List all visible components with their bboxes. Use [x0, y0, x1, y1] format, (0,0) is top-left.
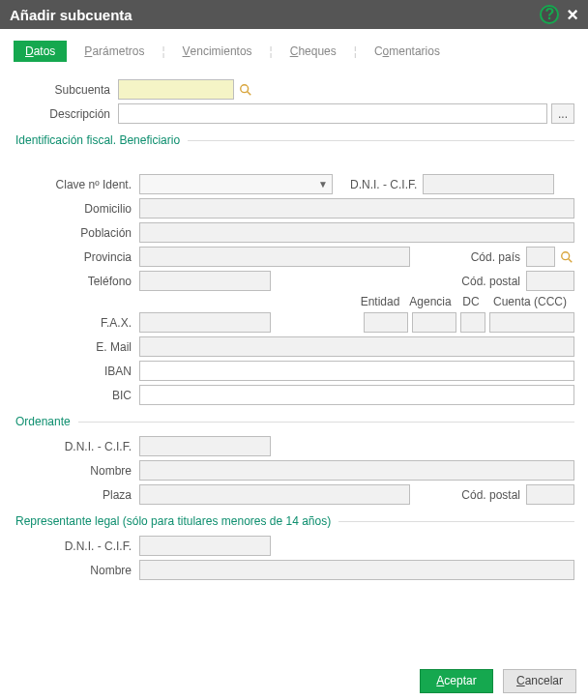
accept-button[interactable]: Aceptar — [420, 669, 493, 693]
label-dni-ident: D.N.I. - C.I.F. — [344, 178, 423, 191]
subcuenta-input[interactable] — [118, 79, 234, 100]
label-ord-dni: D.N.I. - C.I.F. — [14, 440, 139, 453]
label-agencia: Agencia — [404, 295, 456, 308]
label-entidad: Entidad — [356, 295, 404, 308]
bic-input[interactable] — [139, 385, 574, 405]
label-clave: Clave nº Ident. — [14, 178, 139, 191]
svg-point-2 — [562, 251, 570, 259]
label-email: E. Mail — [14, 340, 139, 354]
close-icon[interactable]: × — [567, 5, 578, 24]
agencia-input[interactable] — [412, 312, 456, 333]
ord-codpostal-input[interactable] — [526, 484, 574, 505]
poblacion-input[interactable] — [139, 222, 574, 243]
cuenta-input[interactable] — [489, 312, 574, 333]
tab-separator: ¦ — [354, 44, 357, 58]
ord-nombre-input[interactable] — [139, 460, 574, 481]
fax-input[interactable] — [139, 312, 271, 333]
label-ord-codpostal: Cód. postal — [456, 488, 526, 502]
domicilio-input[interactable] — [139, 198, 574, 219]
descripcion-browse-button[interactable]: ... — [551, 103, 574, 124]
tab-comentarios[interactable]: Comentarios — [363, 41, 452, 62]
chevron-down-icon: ▼ — [318, 179, 328, 190]
label-rep-dni: D.N.I. - C.I.F. — [14, 540, 139, 553]
label-domicilio: Domicilio — [14, 202, 139, 216]
label-iban: IBAN — [14, 365, 139, 378]
section-replegal: Representante legal (sólo para titulares… — [15, 514, 574, 528]
label-dc: DC — [456, 295, 485, 308]
codpais-input[interactable] — [526, 247, 555, 267]
tab-datos[interactable]: Datos — [14, 41, 67, 62]
section-identificacion: Identificación fiscal. Beneficiario — [15, 133, 574, 147]
tab-separator: ¦ — [162, 44, 164, 58]
tab-cheques[interactable]: Cheques — [279, 41, 348, 62]
iban-input[interactable] — [139, 361, 574, 381]
entidad-input[interactable] — [364, 312, 408, 333]
label-descripcion: Descripción — [14, 107, 118, 121]
svg-point-0 — [241, 84, 249, 92]
dc-input[interactable] — [460, 312, 485, 333]
dialog-footer: Aceptar Cancelar — [0, 661, 588, 700]
help-icon[interactable]: ? — [540, 5, 559, 24]
search-codpais-icon[interactable] — [559, 249, 574, 265]
label-poblacion: Población — [14, 226, 139, 240]
svg-line-1 — [248, 91, 251, 95]
label-cuenta: Cuenta (CCC) — [485, 295, 574, 308]
window-title: Añadir subcuenta — [10, 7, 132, 23]
svg-line-3 — [569, 258, 573, 262]
rep-nombre-input[interactable] — [139, 560, 574, 580]
section-ordenante: Ordenante — [15, 415, 574, 428]
codpostal-ident-input[interactable] — [526, 271, 574, 291]
label-ord-plaza: Plaza — [14, 488, 139, 502]
tab-vencimientos[interactable]: Vencimientos — [171, 41, 264, 62]
label-ord-nombre: Nombre — [14, 464, 139, 478]
tab-separator: ¦ — [270, 44, 273, 58]
label-fax: F.A.X. — [14, 316, 139, 330]
label-codpais: Cód. país — [465, 250, 526, 264]
dni-ident-input[interactable] — [423, 174, 554, 194]
label-bic: BIC — [14, 389, 139, 402]
label-provincia: Provincia — [14, 250, 139, 264]
provincia-input[interactable] — [139, 247, 410, 267]
rep-dni-input[interactable] — [139, 536, 271, 556]
telefono-input[interactable] — [139, 271, 271, 291]
clave-dropdown[interactable]: ▼ — [139, 174, 333, 194]
tab-parametros[interactable]: Parámetros — [73, 41, 156, 62]
label-telefono: Teléfono — [14, 275, 139, 288]
search-subcuenta-icon[interactable] — [238, 82, 253, 98]
ord-dni-input[interactable] — [139, 436, 271, 456]
descripcion-input[interactable] — [118, 103, 547, 124]
tabs: Datos Parámetros ¦ Vencimientos ¦ Cheque… — [14, 41, 574, 62]
ord-plaza-input[interactable] — [139, 484, 410, 505]
titlebar: Añadir subcuenta ? × — [0, 0, 588, 29]
email-input[interactable] — [139, 336, 574, 357]
dialog-content: Datos Parámetros ¦ Vencimientos ¦ Cheque… — [0, 29, 588, 661]
label-rep-nombre: Nombre — [14, 564, 139, 577]
cancel-button[interactable]: Cancelar — [503, 669, 576, 693]
label-codpostal: Cód. postal — [456, 275, 526, 288]
label-subcuenta: Subcuenta — [14, 83, 118, 97]
